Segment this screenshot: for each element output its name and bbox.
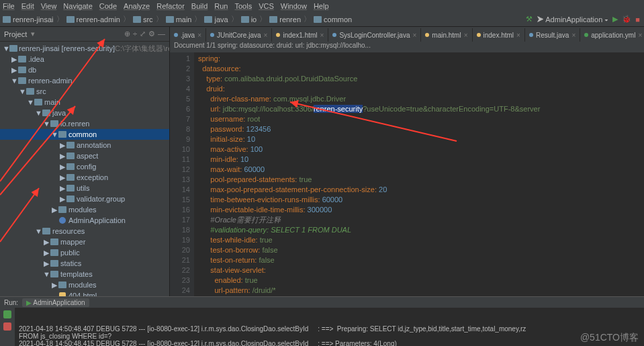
stop-icon[interactable]: ■ xyxy=(635,15,640,24)
main-menu: FileEditViewNavigateCodeAnalyzeRefactorB… xyxy=(0,0,644,12)
breadcrumb-status: Document 1/1 spring: datasource: druid: … xyxy=(170,42,644,52)
run-config-selector[interactable]: ⮞ AdminApplication ▾ xyxy=(537,15,609,24)
code-body[interactable]: spring: datasource: type: com.alibaba.dr… xyxy=(194,52,644,296)
rerun-icon[interactable] xyxy=(3,310,11,318)
menu-vcs[interactable]: VCS xyxy=(259,2,274,10)
tree-node[interactable]: ▶modules xyxy=(0,204,169,215)
crumb[interactable]: renren-admin xyxy=(66,15,120,24)
tree-node[interactable]: ▶validator.group xyxy=(0,193,169,204)
code-editor[interactable]: 1234567891011121314151617181920212223242… xyxy=(170,52,644,296)
crumb[interactable]: io xyxy=(241,15,257,24)
tree-node[interactable]: ▶public xyxy=(0,247,169,258)
crumb[interactable]: java xyxy=(204,15,228,24)
editor-tab[interactable]: main.html × xyxy=(421,28,472,42)
tree-node[interactable]: ▶config xyxy=(0,161,169,172)
menu-refactor[interactable]: Refactor xyxy=(156,2,185,10)
crumb[interactable]: main xyxy=(166,15,192,24)
console-output[interactable]: 2021-04-18 14:50:48.407 DEBUG 5728 --- [… xyxy=(15,308,644,346)
breadcrumb-bar: renren-jinsai〉renren-admin〉src〉main〉java… xyxy=(0,12,644,27)
crumb[interactable]: common xyxy=(314,15,352,24)
editor-tab[interactable]: .java × xyxy=(170,28,206,42)
run-panel-title: Run: xyxy=(4,299,18,306)
menu-analyze[interactable]: Analyze xyxy=(124,2,150,10)
project-panel-title: Project xyxy=(4,30,31,38)
editor-tab[interactable]: Result.java × xyxy=(525,28,580,42)
tree-node[interactable]: ▶utils xyxy=(0,183,169,193)
tree-node[interactable]: ▼src xyxy=(0,86,169,97)
stop-run-icon[interactable] xyxy=(3,322,11,331)
crumb[interactable]: src xyxy=(133,15,153,24)
tree-node[interactable]: ▼main xyxy=(0,97,169,107)
menu-navigate[interactable]: Navigate xyxy=(63,2,92,10)
gutter: 1234567891011121314151617181920212223242… xyxy=(170,52,194,296)
tree-node[interactable]: ▶db xyxy=(0,64,169,75)
tree-node[interactable]: ▼common xyxy=(0,129,169,140)
editor-tab[interactable]: application.yml × xyxy=(580,28,644,42)
tree-node[interactable]: ▶mapper xyxy=(0,236,169,247)
run-toolbar xyxy=(0,308,15,346)
tree-node[interactable]: ▼renren-admin xyxy=(0,75,169,86)
run-tab[interactable]: ▶ AdminApplication xyxy=(22,298,89,307)
debug-icon[interactable]: 🐞 xyxy=(622,15,631,24)
tree-node[interactable]: ▼templates xyxy=(0,269,169,279)
run-panel: Run: ▶ AdminApplication 2021-04-18 14:50… xyxy=(0,296,644,346)
hide-icon[interactable]: ⤢ xyxy=(140,30,146,38)
run-icon[interactable]: ▶ xyxy=(612,15,618,24)
menu-build[interactable]: Build xyxy=(191,2,208,10)
tree-node[interactable]: ▼renren-jinsai [renren-security] C:\字体\集… xyxy=(0,43,169,54)
menu-view[interactable]: View xyxy=(41,2,57,10)
crumb[interactable]: renren xyxy=(269,15,301,24)
collapse-icon[interactable]: ⊕ xyxy=(124,30,130,38)
menu-edit[interactable]: Edit xyxy=(21,2,34,10)
scroll-icon[interactable]: ÷ xyxy=(133,30,137,38)
minimize-icon[interactable]: — xyxy=(158,30,165,38)
tree-node[interactable]: ▶modules xyxy=(0,279,169,290)
menu-file[interactable]: File xyxy=(3,2,15,10)
gear-icon[interactable]: ⚙ xyxy=(148,30,155,38)
menu-help[interactable]: Help xyxy=(314,2,329,10)
editor-area: .java ×JUnitCore.java ×index1.html ×SysL… xyxy=(170,27,644,296)
tree-node[interactable]: ▼io.renren xyxy=(0,118,169,129)
project-tree[interactable]: ▼renren-jinsai [renren-security] C:\字体\集… xyxy=(0,42,169,296)
tree-node[interactable]: ▶aspect xyxy=(0,150,169,161)
tree-node[interactable]: ▶exception xyxy=(0,172,169,183)
tree-node[interactable]: ▶annotation xyxy=(0,140,169,150)
tree-node[interactable]: ▶.idea xyxy=(0,54,169,64)
tree-node[interactable]: ▶statics xyxy=(0,258,169,269)
watermark: @51CTO博客 xyxy=(580,332,639,344)
tree-node[interactable]: ▼resources xyxy=(0,226,169,236)
menu-code[interactable]: Code xyxy=(99,2,117,10)
project-sidebar: Project ▾ ⊕ ÷ ⤢ ⚙ — ▼renren-jinsai [renr… xyxy=(0,27,170,296)
editor-tab[interactable]: index1.html × xyxy=(272,28,328,42)
menu-run[interactable]: Run xyxy=(214,2,228,10)
editor-tab[interactable]: JUnitCore.java × xyxy=(206,28,272,42)
crumb[interactable]: renren-jinsai xyxy=(3,15,54,24)
tree-node[interactable]: ▼java xyxy=(0,107,169,118)
editor-tab[interactable]: SysLoginController.java × xyxy=(328,28,421,42)
build-icon[interactable]: ⚒ xyxy=(526,15,533,24)
editor-tab[interactable]: index.html × xyxy=(473,28,525,42)
menu-tools[interactable]: Tools xyxy=(234,2,252,10)
tree-node[interactable]: 404.html xyxy=(0,290,169,296)
tree-node[interactable]: AdminApplication xyxy=(0,215,169,226)
editor-tabs[interactable]: .java ×JUnitCore.java ×index1.html ×SysL… xyxy=(170,27,644,42)
menu-window[interactable]: Window xyxy=(281,2,307,10)
